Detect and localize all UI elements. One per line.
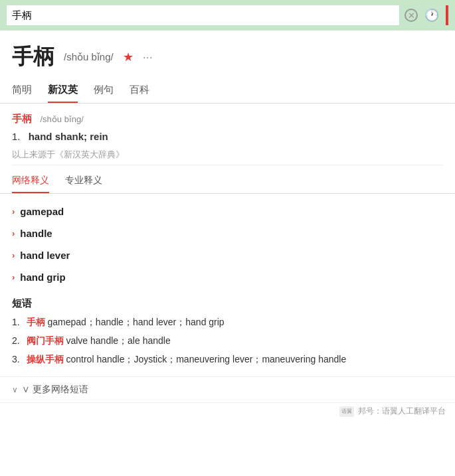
phrase-word-1[interactable]: 阀门手柄	[27, 335, 64, 346]
chevron-right-icon-3: ›	[12, 272, 15, 282]
net-def-text-3: hand grip	[20, 272, 65, 283]
phrase-item-1: 2. 阀门手柄 valve handle；ale handle	[12, 334, 443, 348]
net-defs: › gamepad › handle › hand lever › hand g…	[0, 194, 455, 295]
chevron-right-icon-2: ›	[12, 250, 15, 260]
tab-xinhanying[interactable]: 新汉英	[48, 78, 78, 103]
phrase-item-2: 3. 操纵手柄 control handle；Joystick；maneuver…	[12, 353, 443, 366]
footer-text: 邦号：语翼人工翻译平台	[358, 406, 446, 417]
net-def-item-3[interactable]: › hand grip	[12, 266, 443, 288]
net-def-item-1[interactable]: › handle	[12, 222, 443, 244]
word-pinyin: /shǒu bǐng/	[64, 51, 114, 63]
dict-word: 手柄	[12, 113, 32, 124]
footer-logo: 语翼	[339, 406, 354, 417]
dict-section: 手柄 /shǒu bǐng/ 1. hand shank; rein 以上来源于…	[0, 104, 455, 165]
chevron-right-icon-0: ›	[12, 206, 15, 216]
clear-icon[interactable]: ✕	[405, 9, 418, 22]
phrase-word-0[interactable]: 手柄	[27, 317, 45, 327]
phrase-num-1: 2.	[12, 335, 20, 346]
phrase-trans-0: gamepad；handle；hand lever；hand grip	[47, 317, 224, 327]
search-icons: ✕ 🕐	[405, 5, 448, 25]
history-icon[interactable]: 🕐	[424, 8, 439, 23]
dict-entry-text: hand shank; rein	[29, 131, 108, 142]
phrase-trans-1: valve handle；ale handle	[66, 335, 170, 346]
more-options-icon[interactable]: ···	[143, 50, 153, 64]
net-def-item-2[interactable]: › hand lever	[12, 244, 443, 266]
search-input[interactable]	[7, 5, 399, 25]
net-def-item-0[interactable]: › gamepad	[12, 200, 443, 222]
net-def-text-1: handle	[20, 228, 52, 239]
tab-liju[interactable]: 例句	[94, 78, 114, 103]
sub-tab-network[interactable]: 网络释义	[12, 175, 49, 193]
tab-jianming[interactable]: 简明	[12, 78, 32, 103]
chevron-right-icon-1: ›	[12, 228, 15, 238]
chevron-down-icon: ∨	[12, 385, 18, 394]
sub-tab-professional[interactable]: 专业释义	[65, 175, 102, 193]
phrase-num-0: 1.	[12, 317, 20, 327]
main-tabs: 简明 新汉英 例句 百科	[0, 78, 455, 104]
dict-source: 以上来源于《新汉英大辞典》	[12, 149, 443, 161]
phrases-section: 短语 1. 手柄 gamepad；handle；hand lever；hand …	[0, 295, 455, 376]
word-title-section: 手柄 /shǒu bǐng/ ★ ···	[0, 31, 455, 78]
footer-logo-text: 语翼	[341, 408, 352, 415]
star-icon[interactable]: ★	[123, 50, 134, 64]
phrases-title: 短语	[12, 297, 443, 310]
tab-baike[interactable]: 百科	[130, 78, 149, 103]
phrase-item-0: 1. 手柄 gamepad；handle；hand lever；hand gri…	[12, 315, 443, 329]
net-def-text-2: hand lever	[20, 250, 70, 261]
phrase-word-2[interactable]: 操纵手柄	[27, 354, 64, 364]
sub-tabs: 网络释义 专业释义	[0, 165, 455, 194]
footer: 语翼 邦号：语翼人工翻译平台	[0, 402, 455, 420]
dict-entry: 1. hand shank; rein	[12, 131, 443, 142]
dict-entry-num: 1.	[12, 131, 21, 142]
search-bar: ✕ 🕐	[0, 0, 455, 31]
phrase-num-2: 3.	[12, 354, 20, 364]
more-phrases-button[interactable]: ∨ ∨ 更多网络短语	[0, 376, 455, 402]
word-title: 手柄	[12, 42, 54, 72]
red-bar-icon	[446, 5, 448, 25]
phrase-trans-2: control handle；Joystick；maneuvering leve…	[66, 354, 346, 364]
dict-pinyin: /shǒu bǐng/	[40, 114, 84, 124]
net-def-text-0: gamepad	[20, 206, 64, 217]
more-phrases-text: ∨ 更多网络短语	[22, 384, 88, 396]
